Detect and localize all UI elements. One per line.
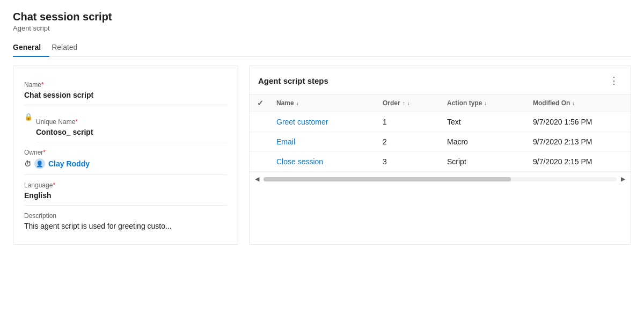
- unique-name-content: Unique Name* Contoso_ script: [36, 112, 227, 142]
- row2-action-type: Macro: [444, 132, 530, 151]
- lock-icon: 🔒: [24, 113, 33, 121]
- scroll-right-arrow[interactable]: ▶: [619, 174, 627, 184]
- th-name[interactable]: Name ↓: [273, 94, 379, 112]
- scroll-left-arrow[interactable]: ◀: [253, 174, 261, 184]
- row1-check: [254, 112, 273, 132]
- horizontal-scrollbar: ◀ ▶: [250, 172, 631, 186]
- th-modified-on[interactable]: Modified On ↓: [530, 94, 626, 112]
- unique-name-value: Contoso_ script: [36, 128, 227, 142]
- main-content: Name* Chat session script 🔒 Unique Name*…: [13, 65, 631, 245]
- row3-action-type: Script: [444, 152, 530, 171]
- right-panel: Agent script steps ⋮ ✓ Name ↓ Order ↑ ↓: [249, 65, 631, 245]
- owner-field-value: ⏱ 👤 Clay Roddy: [24, 158, 227, 175]
- person-icon: 👤: [34, 158, 45, 169]
- owner-label: Owner*: [24, 142, 227, 156]
- description-field-group: Description This agent script is used fo…: [24, 206, 227, 236]
- row1-order: 1: [379, 112, 444, 132]
- language-required-indicator: *: [53, 181, 55, 189]
- th-order[interactable]: Order ↑ ↓: [379, 94, 444, 112]
- row3-check: [254, 152, 273, 171]
- table-row: Greet customer 1 Text 9/7/2020 1:56 PM: [250, 112, 631, 132]
- description-label: Description: [24, 206, 227, 220]
- tab-related[interactable]: Related: [49, 39, 86, 57]
- row3-name[interactable]: Close session: [273, 152, 379, 171]
- table-row: Close session 3 Script 9/7/2020 2:15 PM: [250, 152, 631, 172]
- language-field-group: Language* English: [24, 175, 227, 206]
- agent-script-title: Agent script steps: [258, 76, 328, 85]
- name-field-group: Name* Chat session script: [24, 75, 227, 105]
- row1-modified-on: 9/7/2020 1:56 PM: [530, 112, 626, 132]
- language-label: Language*: [24, 175, 227, 189]
- unique-name-label: Unique Name*: [36, 112, 227, 126]
- modified-on-sort-icon: ↓: [572, 100, 575, 106]
- agent-script-header: Agent script steps ⋮: [250, 66, 631, 94]
- owner-name[interactable]: Clay Roddy: [48, 159, 90, 168]
- table-header: ✓ Name ↓ Order ↑ ↓ Action type ↓: [250, 94, 631, 112]
- row2-name[interactable]: Email: [273, 132, 379, 151]
- tab-bar: General Related: [13, 39, 631, 57]
- steps-table: ✓ Name ↓ Order ↑ ↓ Action type ↓: [250, 94, 631, 186]
- row1-action-type: Text: [444, 112, 530, 132]
- language-value: English: [24, 191, 227, 206]
- check-icon: ✓: [257, 99, 264, 107]
- name-label: Name*: [24, 75, 227, 89]
- row2-order: 2: [379, 132, 444, 151]
- page-subtitle: Agent script: [13, 24, 631, 32]
- row2-modified-on: 9/7/2020 2:13 PM: [530, 132, 626, 151]
- owner-field-group: Owner* ⏱ 👤 Clay Roddy: [24, 142, 227, 175]
- clock-icon: ⏱: [24, 160, 31, 168]
- scrollbar-track[interactable]: [264, 177, 617, 181]
- order-sort-down-icon: ↓: [407, 100, 410, 106]
- name-required-indicator: *: [41, 81, 44, 89]
- name-sort-icon: ↓: [296, 100, 299, 106]
- row1-name[interactable]: Greet customer: [273, 112, 379, 132]
- owner-required-indicator: *: [43, 149, 46, 156]
- action-type-sort-icon: ↓: [484, 100, 487, 106]
- th-check: ✓: [254, 94, 273, 112]
- description-value: This agent script is used for greeting c…: [24, 222, 227, 236]
- scrollbar-thumb: [264, 177, 511, 181]
- tab-general[interactable]: General: [13, 39, 49, 57]
- row3-modified-on: 9/7/2020 2:15 PM: [530, 152, 626, 171]
- unique-name-field-group: 🔒 Unique Name* Contoso_ script: [24, 105, 227, 142]
- order-sort-up-icon: ↑: [402, 100, 405, 106]
- unique-name-required-indicator: *: [75, 118, 78, 126]
- row2-check: [254, 132, 273, 151]
- table-row: Email 2 Macro 9/7/2020 2:13 PM: [250, 132, 631, 152]
- name-value: Chat session script: [24, 91, 227, 105]
- page-title: Chat session script: [13, 11, 631, 23]
- more-options-button[interactable]: ⋮: [606, 74, 622, 88]
- th-action-type[interactable]: Action type ↓: [444, 94, 530, 112]
- left-panel: Name* Chat session script 🔒 Unique Name*…: [13, 65, 238, 245]
- page-header: Chat session script Agent script: [13, 11, 631, 32]
- page-container: Chat session script Agent script General…: [13, 11, 631, 245]
- row3-order: 3: [379, 152, 444, 171]
